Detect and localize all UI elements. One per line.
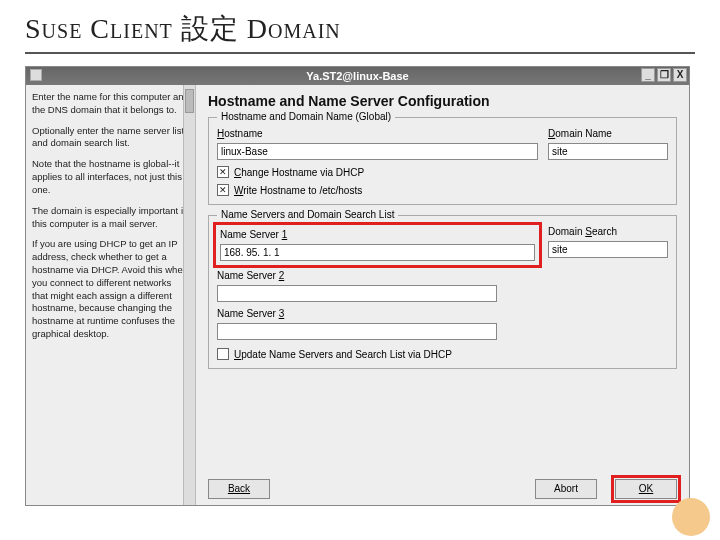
minimize-button[interactable]: _ <box>641 68 655 82</box>
chk-label: Update Name Servers and Search List via … <box>234 349 452 360</box>
group-hostname: Hostname and Domain Name (Global) Hostna… <box>208 117 677 205</box>
checkbox-icon <box>217 348 229 360</box>
help-text: Enter the name for this computer and the… <box>32 91 189 117</box>
ns1-input[interactable] <box>220 244 535 261</box>
slide-title-rule <box>25 52 695 54</box>
ns3-input[interactable] <box>217 323 497 340</box>
ns3-label: Name Server 3 <box>217 308 668 319</box>
checkbox-icon: ✕ <box>217 184 229 196</box>
checkbox-icon: ✕ <box>217 166 229 178</box>
domain-search-input[interactable] <box>548 241 668 258</box>
content-area: Enter the name for this computer and the… <box>26 85 689 505</box>
chk-label: Change Hostname via DHCP <box>234 167 364 178</box>
chk-label: Write Hostname to /etc/hosts <box>234 185 362 196</box>
group-hostname-legend: Hostname and Domain Name (Global) <box>217 111 395 122</box>
help-text: Note that the hostname is global--it app… <box>32 158 189 196</box>
change-hostname-dhcp-checkbox[interactable]: ✕ Change Hostname via DHCP <box>217 166 668 178</box>
hostname-label: Hostname <box>217 128 538 139</box>
help-scrollbar[interactable] <box>183 85 195 505</box>
slide-title: Suse Client 設定 Domain <box>25 10 695 48</box>
domain-search-label: Domain Search <box>548 226 668 237</box>
window-title: Ya.ST2@linux-Base <box>306 70 408 82</box>
scrollbar-thumb[interactable] <box>185 89 194 113</box>
help-text: Optionally enter the name server list an… <box>32 125 189 151</box>
close-button[interactable]: X <box>673 68 687 82</box>
ok-button[interactable]: OK <box>615 479 677 499</box>
help-panel: Enter the name for this computer and the… <box>26 85 196 505</box>
main-panel: Hostname and Name Server Configuration H… <box>196 85 689 505</box>
maximize-button[interactable]: ❐ <box>657 68 671 82</box>
domain-label: Domain Name <box>548 128 668 139</box>
wizard-buttons: Back Abort OK <box>208 479 677 499</box>
ns2-label: Name Server 2 <box>217 270 668 281</box>
hostname-input[interactable] <box>217 143 538 160</box>
ns2-input[interactable] <box>217 285 497 302</box>
titlebar[interactable]: Ya.ST2@linux-Base _ ❐ X <box>26 67 689 85</box>
slide-decoration-circle <box>672 498 710 536</box>
domain-input[interactable] <box>548 143 668 160</box>
app-window: Ya.ST2@linux-Base _ ❐ X Enter the name f… <box>25 66 690 506</box>
group-nameservers-legend: Name Servers and Domain Search List <box>217 209 398 220</box>
help-text: The domain is especially important if th… <box>32 205 189 231</box>
abort-button[interactable]: Abort <box>535 479 597 499</box>
group-nameservers: Name Servers and Domain Search List Name… <box>208 215 677 369</box>
help-text: If you are using DHCP to get an IP addre… <box>32 238 189 341</box>
back-button[interactable]: Back <box>208 479 270 499</box>
window-controls: _ ❐ X <box>641 68 687 82</box>
write-hostname-etchosts-checkbox[interactable]: ✕ Write Hostname to /etc/hosts <box>217 184 668 196</box>
app-icon <box>30 69 42 81</box>
page-title: Hostname and Name Server Configuration <box>208 93 677 109</box>
update-ns-dhcp-checkbox[interactable]: Update Name Servers and Search List via … <box>217 348 668 360</box>
ns1-label: Name Server 1 <box>220 229 535 240</box>
